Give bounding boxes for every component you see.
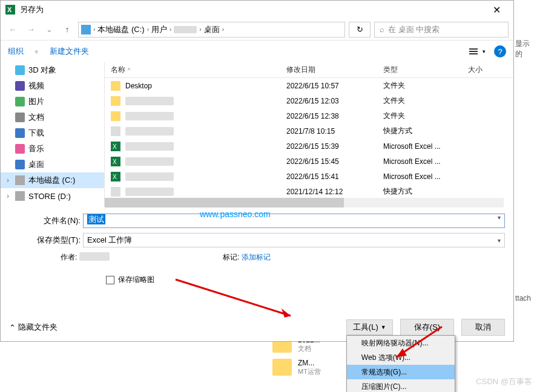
sidebar-item-label: 下载 — [28, 128, 44, 139]
form-area: 文件名(N): 测试 ▾ 保存类型(T): Excel 工作簿 作者: 标记: … — [1, 207, 513, 287]
file-name — [125, 188, 174, 196]
history-dropdown[interactable]: ⌄ — [42, 22, 56, 37]
file-date: 2022/6/15 12:38 — [286, 112, 383, 120]
titlebar: X 另存为 ✕ — [1, 1, 513, 19]
bg-folder-name: ZM... — [298, 359, 321, 367]
downloads-icon — [15, 128, 25, 138]
video-icon — [15, 81, 25, 91]
back-button[interactable]: ← — [5, 22, 20, 37]
tools-menu: 映射网络驱动器(N)...Web 选项(W)...常规选项(G)...压缩图片(… — [346, 335, 455, 392]
sidebar-item[interactable]: 音乐 — [1, 141, 104, 157]
file-row[interactable]: X 2022/6/15 15:45Microsoft Excel ... — [105, 154, 513, 169]
sidebar-item[interactable]: 下载 — [1, 125, 104, 141]
disk-icon — [15, 175, 25, 185]
file-date: 2022/6/15 15:45 — [286, 157, 383, 166]
chevron-down-icon: ⌃ — [9, 323, 16, 332]
file-name — [125, 157, 174, 166]
sidebar-item-label: 音乐 — [28, 143, 44, 154]
filetype-select[interactable]: Excel 工作簿 — [83, 233, 505, 247]
file-row[interactable]: X 2022/6/15 15:41Microsoft Excel ... — [105, 169, 513, 184]
sidebar-item-label: 文档 — [28, 112, 44, 123]
svg-text:X: X — [113, 158, 117, 165]
search-input[interactable]: ⌕ 在 桌面 中搜索 — [374, 22, 509, 38]
file-name — [125, 142, 174, 151]
disk-icon — [15, 191, 25, 201]
filename-label: 文件名(N): — [9, 215, 83, 226]
shortcut-icon — [111, 126, 120, 136]
svg-rect-2 — [469, 48, 478, 50]
disk-icon — [81, 25, 91, 34]
file-type: Microsoft Excel ... — [383, 157, 468, 166]
shortcut-icon — [111, 187, 120, 197]
sidebar-item[interactable]: 桌面 — [1, 157, 104, 172]
file-type: 文件夹 — [383, 80, 468, 91]
new-folder-button[interactable]: 新建文件夹 — [50, 46, 89, 57]
file-date: 2022/6/15 15:39 — [286, 142, 383, 151]
close-button[interactable]: ✕ — [484, 1, 509, 19]
excel-icon: X — [111, 157, 120, 166]
thumbnail-label: 保存缩略图 — [118, 275, 154, 285]
desktop-icon — [15, 160, 25, 169]
organize-button[interactable]: 组织 — [8, 46, 24, 57]
author-label: 作者: — [61, 252, 77, 263]
menu-item[interactable]: Web 选项(W)... — [347, 350, 455, 365]
sidebar-tree[interactable]: 3D 对象视频图片文档下载音乐桌面本地磁盘 (C:)STORE (D:) — [1, 62, 105, 207]
file-row[interactable]: 2022/6/15 12:03文件夹 — [105, 93, 513, 108]
bg-text: 显示的 — [514, 36, 537, 62]
file-type: 快捷方式 — [383, 186, 468, 197]
sidebar-item[interactable]: 3D 对象 — [1, 62, 104, 78]
sidebar-item-label: STORE (D:) — [28, 192, 71, 201]
file-date: 2021/7/8 10:15 — [286, 127, 383, 136]
file-list[interactable]: 名称^ 修改日期 类型 大小 Desktop2022/6/15 10:57文件夹… — [105, 62, 513, 207]
forward-button[interactable]: → — [24, 22, 38, 37]
file-type: 文件夹 — [383, 96, 468, 106]
tools-dropdown-button[interactable]: 工具(L)▼ — [346, 319, 393, 335]
file-date: 2022/6/15 15:41 — [286, 172, 383, 181]
sidebar-item-label: 图片 — [28, 96, 44, 107]
sidebar-item[interactable]: 图片 — [1, 94, 104, 109]
column-headers[interactable]: 名称^ 修改日期 类型 大小 — [105, 62, 513, 78]
file-type: Microsoft Excel ... — [383, 172, 468, 181]
toolbar: 组织 ▾ 新建文件夹 ▾ ? — [1, 41, 513, 62]
save-button[interactable]: 保存(S) — [400, 319, 454, 336]
help-button[interactable]: ? — [494, 45, 506, 57]
3d-icon — [15, 65, 25, 75]
svg-text:X: X — [7, 6, 12, 13]
file-name: Desktop — [125, 82, 152, 90]
file-name — [125, 97, 174, 105]
file-row[interactable]: 2022/6/15 12:38文件夹 — [105, 108, 513, 123]
excel-icon: X — [5, 5, 15, 15]
cancel-button[interactable]: 取消 — [461, 319, 505, 336]
addressbar: ← → ⌄ ↑ ›本地磁盘 (C:) ›用户 ›xxxx ›桌面 › ↻ ⌕ 在… — [1, 19, 513, 41]
breadcrumb[interactable]: ›本地磁盘 (C:) ›用户 ›xxxx ›桌面 › — [78, 22, 345, 38]
file-row[interactable]: 2021/7/8 10:15快捷方式 — [105, 123, 513, 139]
menu-item[interactable]: 映射网络驱动器(N)... — [347, 336, 455, 350]
file-row[interactable]: 2021/12/14 12:12快捷方式 — [105, 184, 513, 199]
thumbnail-checkbox[interactable] — [106, 276, 114, 284]
refresh-button[interactable]: ↻ — [349, 22, 371, 38]
sidebar-item[interactable]: 视频 — [1, 78, 104, 94]
file-row[interactable]: X 2022/6/15 15:39Microsoft Excel ... — [105, 139, 513, 154]
horizontal-scrollbar[interactable] — [105, 198, 504, 207]
excel-icon: X — [111, 142, 120, 151]
hide-folders-button[interactable]: ⌃ 隐藏文件夹 — [9, 322, 58, 333]
filename-input[interactable]: 测试 ▾ — [83, 214, 505, 228]
documents-icon — [15, 113, 25, 122]
dialog-footer: ⌃ 隐藏文件夹 工具(L)▼ 映射网络驱动器(N)...Web 选项(W)...… — [1, 313, 513, 341]
file-type: Microsoft Excel ... — [383, 142, 468, 151]
menu-item[interactable]: 压缩图片(C)... — [347, 379, 455, 392]
add-tags-link[interactable]: 添加标记 — [242, 252, 271, 263]
sidebar-item[interactable]: 本地磁盘 (C:) — [1, 172, 104, 188]
svg-rect-3 — [469, 51, 478, 52]
file-row[interactable]: Desktop2022/6/15 10:57文件夹 — [105, 78, 513, 93]
file-date: 2021/12/14 12:12 — [286, 188, 383, 196]
sidebar-item[interactable]: STORE (D:) — [1, 188, 104, 204]
menu-item[interactable]: 常规选项(G)... — [347, 365, 455, 379]
up-button[interactable]: ↑ — [60, 22, 74, 37]
sidebar-item[interactable]: 文档 — [1, 109, 104, 125]
save-as-dialog: X 另存为 ✕ ← → ⌄ ↑ ›本地磁盘 (C:) ›用户 ›xxxx ›桌面… — [0, 0, 514, 342]
view-options-button[interactable]: ▾ — [469, 47, 486, 56]
file-name — [125, 127, 174, 136]
search-icon: ⌕ — [380, 25, 384, 34]
sidebar-item-label: 视频 — [28, 80, 44, 91]
